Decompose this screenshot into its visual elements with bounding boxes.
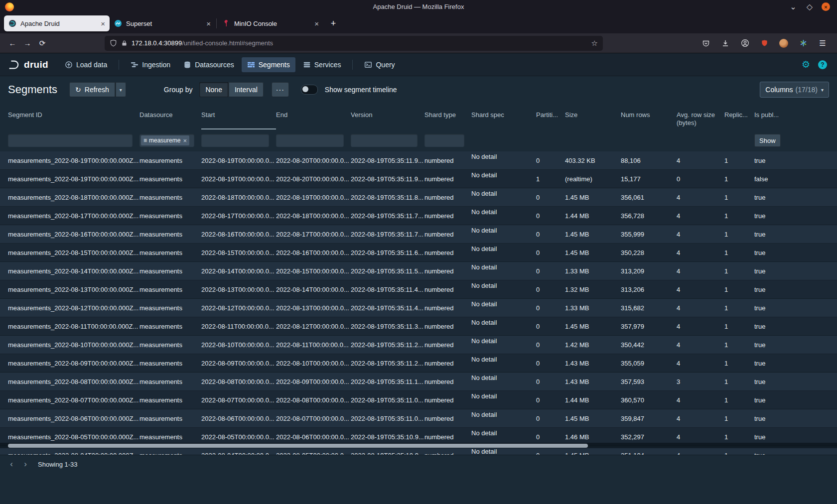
pocket-icon[interactable] <box>698 36 713 51</box>
extension-avatar-icon[interactable] <box>776 36 791 51</box>
cell-partiti: 0 <box>536 304 565 312</box>
table-row[interactable]: measurements_2022-08-19T00:00:00.000Z...… <box>0 151 837 170</box>
column-header-avg-row-size-bytes[interactable]: Avg. row size (bytes) <box>677 104 724 129</box>
column-header-start[interactable]: Start <box>201 104 276 129</box>
settings-gear-icon[interactable]: ⚙ <box>802 60 810 69</box>
cell-size: 1.45 MB <box>565 452 621 455</box>
table-row[interactable]: measurements_2022-08-13T00:00:00.000Z...… <box>0 280 837 299</box>
cell-num-rows: 313,206 <box>621 286 677 293</box>
nav-item-ingestion[interactable]: Ingestion <box>125 57 176 72</box>
menu-icon[interactable]: ☰ <box>815 36 830 51</box>
column-header-datasource[interactable]: Datasource <box>140 104 201 129</box>
nav-item-query[interactable]: Query <box>359 57 400 72</box>
url-text[interactable]: 172.18.0.4:30899/unified-console.html#se… <box>132 39 587 47</box>
columns-button-label: Columns <box>765 86 793 94</box>
tab-close-icon[interactable]: × <box>314 19 319 28</box>
table-row[interactable]: measurements_2022-08-10T00:00:00.000Z...… <box>0 336 837 354</box>
url-bar[interactable]: 172.18.0.4:30899/unified-console.html#se… <box>105 36 603 51</box>
column-header-segment-id[interactable]: Segment ID <box>8 104 140 129</box>
filter-cell-end <box>276 134 351 147</box>
nav-item-segments[interactable]: Segments <box>242 57 295 72</box>
end-filter-input[interactable] <box>276 134 344 147</box>
column-header-shard-spec[interactable]: Shard spec <box>471 104 536 129</box>
segment-id-filter-input[interactable] <box>8 134 133 147</box>
table-row[interactable]: measurements_2022-08-17T00:00:00.000Z...… <box>0 207 837 225</box>
more-options-button[interactable]: ··· <box>272 82 289 97</box>
next-page-icon[interactable]: › <box>19 458 32 471</box>
nav-item-load-data[interactable]: Load data <box>59 57 113 72</box>
group-by-interval-button[interactable]: Interval <box>228 82 264 97</box>
account-icon[interactable] <box>737 36 752 51</box>
segment-timeline-toggle[interactable] <box>301 85 318 95</box>
cell-end: 2022-08-12T00:00:00.0... <box>276 323 351 330</box>
table-row[interactable]: measurements_2022-08-14T00:00:00.000Z...… <box>0 262 837 280</box>
tracking-shield-icon[interactable] <box>110 39 117 47</box>
cell-replic: 1 <box>724 249 754 256</box>
window-maximize-icon[interactable]: ◇ <box>805 2 814 11</box>
table-row[interactable]: measurements_2022-08-08T00:00:00.000Z...… <box>0 373 837 391</box>
nav-item-datasources[interactable]: Datasources <box>178 57 240 72</box>
help-icon[interactable]: ? <box>818 60 827 69</box>
prev-page-icon[interactable]: ‹ <box>5 458 18 471</box>
column-header-size[interactable]: Size <box>565 104 621 129</box>
cell-end: 2022-08-14T00:00:00.0... <box>276 286 351 293</box>
bookmark-star-icon[interactable]: ☆ <box>591 39 598 48</box>
back-icon[interactable]: ← <box>5 36 20 51</box>
column-header-num-rows[interactable]: Num rows <box>621 104 677 129</box>
column-header-end[interactable]: End <box>276 104 351 129</box>
horizontal-scrollbar[interactable] <box>0 443 837 448</box>
table-row[interactable]: measurements_2022-08-06T00:00:00.000Z...… <box>0 409 837 428</box>
window-minimize-icon[interactable]: ⌄ <box>789 2 798 11</box>
cell-num-rows: 350,442 <box>621 341 677 349</box>
column-header-is-publ[interactable]: Is publ... <box>754 104 809 129</box>
cell-is-publ: true <box>754 360 809 367</box>
new-tab-button[interactable]: + <box>326 16 340 30</box>
tab-close-icon[interactable]: × <box>101 19 105 28</box>
table-row[interactable]: measurements_2022-08-09T00:00:00.000Z...… <box>0 354 837 373</box>
tab-close-icon[interactable]: × <box>206 19 211 28</box>
reload-icon[interactable]: ⟳ <box>35 36 50 51</box>
shard-type-filter-input[interactable] <box>424 134 464 147</box>
table-row[interactable]: measurements_2022-08-18T00:00:00.000Z...… <box>0 188 837 207</box>
datasource-filter-chip[interactable]: ≡measureme× <box>141 135 189 145</box>
column-header-partiti[interactable]: Partiti... <box>536 104 565 129</box>
column-header-replic[interactable]: Replic... <box>724 104 754 129</box>
nav-item-services[interactable]: Services <box>297 57 347 72</box>
cell-replic: 1 <box>724 286 754 293</box>
ublock-shield-icon[interactable] <box>757 36 772 51</box>
cell-segment-id: measurements_2022-08-19T00:00:00.000Z... <box>8 157 140 164</box>
table-row[interactable]: measurements_2022-08-12T00:00:00.000Z...… <box>0 299 837 317</box>
start-filter-input[interactable] <box>201 134 269 147</box>
cell-shard-spec: No detail <box>471 409 536 418</box>
browser-tab-superset[interactable]: Superset× <box>110 15 215 31</box>
table-row[interactable]: measurements_2022-08-19T00:00:00.000Z...… <box>0 170 837 188</box>
cell-datasource: measurements <box>140 360 201 367</box>
column-header-shard-type[interactable]: Shard type <box>424 104 471 129</box>
table-row[interactable]: measurements_2022-08-07T00:00:00.000Z...… <box>0 391 837 409</box>
druid-brand[interactable]: druid <box>8 59 48 71</box>
cell-num-rows: 351,104 <box>621 452 677 455</box>
column-header-version[interactable]: Version <box>351 104 424 129</box>
cell-version: 2022-08-19T05:35:11.7... <box>351 231 424 238</box>
table-row[interactable]: measurements_2022-08-16T00:00:00.000Z...… <box>0 225 837 244</box>
window-close-icon[interactable]: × <box>822 2 830 11</box>
group-by-none-button[interactable]: None <box>199 82 228 97</box>
forward-icon[interactable]: → <box>20 36 35 51</box>
browser-tab-apache-druid[interactable]: Apache Druid× <box>4 15 110 31</box>
druid-header: druid Load dataIngestionDatasourcesSegme… <box>0 53 837 76</box>
refresh-button[interactable]: ↻ Refresh <box>69 82 115 97</box>
columns-button[interactable]: Columns (17/18) ▾ <box>760 82 829 98</box>
downloads-icon[interactable] <box>718 36 733 51</box>
datasource-filter-input[interactable]: ≡measureme× <box>140 134 194 147</box>
table-row[interactable]: measurements_2022-08-15T00:00:00.000Z...… <box>0 244 837 262</box>
remove-filter-icon[interactable]: × <box>183 137 187 144</box>
browser-tab-minio-console[interactable]: MinIO Console× <box>218 15 323 31</box>
cell-partiti: 0 <box>536 249 565 256</box>
version-filter-input[interactable] <box>351 134 418 147</box>
table-row[interactable]: measurements_2022-08-11T00:00:00.000Z...… <box>0 317 837 336</box>
boolean-filter-button[interactable]: Show <box>754 134 781 147</box>
extension-pinwheel-icon[interactable] <box>796 36 811 51</box>
refresh-dropdown-button[interactable]: ▾ <box>115 82 126 97</box>
lock-icon[interactable] <box>121 40 128 46</box>
scrollbar-thumb[interactable] <box>8 444 588 448</box>
